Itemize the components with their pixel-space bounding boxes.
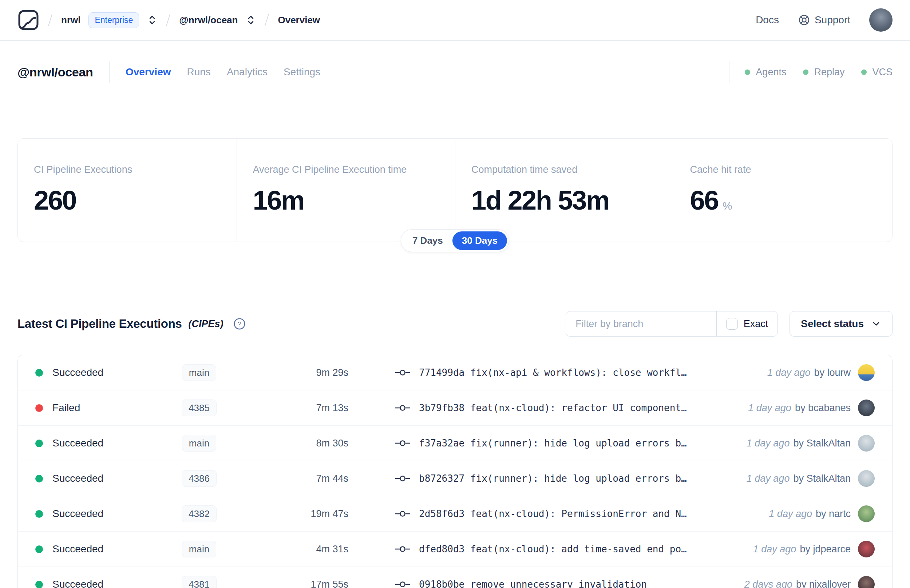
user-avatar[interactable] [869,8,892,32]
status-label: Succeeded [52,367,103,378]
integration-label: Replay [814,66,844,78]
branch-badge[interactable]: main [182,541,216,557]
cipe-table: Succeeded main 9m 29s 771499da fix(nx-ap… [18,355,892,588]
range-30-days-button[interactable]: 30 Days [453,231,507,250]
status-dot-icon [35,581,43,588]
branch-badge[interactable]: 4381 [182,576,217,588]
stat-ci-pipeline-executions: CI Pipeline Executions 260 [18,139,237,242]
duration: 7m 13s [239,402,348,414]
author-avatar[interactable] [858,541,875,557]
status-dot-icon [35,475,43,483]
cipes-filters: Exact Select status [566,311,892,336]
duration: 7m 44s [239,473,348,484]
time-ago: 1 day ago [748,402,791,414]
commit-message[interactable]: 0918b0be remove unnecessary invalidation [419,579,647,588]
author-avatar[interactable] [858,364,875,381]
stats-section: CI Pipeline Executions 260 Average CI Pi… [18,138,892,242]
integrations-bar: Agents Replay VCS [729,61,892,82]
time-ago: 1 day ago [747,438,790,449]
divider [109,61,110,82]
author: by lourw [814,367,851,378]
stat-value: 1d 22h 53m [471,187,609,214]
table-row[interactable]: Succeeded main 8m 30s f37a32ae fix(runne… [18,426,892,461]
status-dot-icon [35,439,43,447]
status-label: Succeeded [52,508,103,520]
integration-label: Agents [756,66,786,78]
author-avatar[interactable] [858,399,875,416]
stat-suffix: % [723,200,732,212]
breadcrumb-page: Overview [278,15,320,26]
author: by nixallover [796,579,851,588]
range-7-days-button[interactable]: 7 Days [403,231,453,250]
table-row[interactable]: Succeeded main 4m 31s dfed80d3 feat(nx-c… [18,531,892,567]
integration-vcs[interactable]: VCS [861,66,892,78]
author-avatar[interactable] [858,470,875,487]
commit-message[interactable]: 771499da fix(nx-api & workflows): close … [419,367,687,378]
stat-value: 66 [690,187,718,214]
status-dot-icon [861,69,867,75]
tab-settings[interactable]: Settings [284,66,320,78]
branch-filter-input[interactable] [566,312,716,336]
branch-badge[interactable]: 4385 [182,399,217,416]
tab-runs[interactable]: Runs [187,66,211,78]
branch-badge[interactable]: main [182,364,216,381]
duration: 17m 55s [239,579,348,588]
status-dot-icon [745,69,750,75]
table-row[interactable]: Succeeded 4386 7m 44s b8726327 fix(runne… [18,461,892,496]
stat-label: Cache hit rate [690,164,876,175]
commit-message[interactable]: 2d58f6d3 feat(nx-cloud): PermissionError… [419,508,687,519]
git-commit-icon [395,438,410,448]
status-dot-icon [35,546,43,553]
time-ago: 1 day ago [753,544,797,555]
help-icon[interactable]: ? [233,317,246,330]
tab-analytics[interactable]: Analytics [227,66,268,78]
status-dot-icon [803,69,808,75]
commit-message[interactable]: dfed80d3 feat(nx-cloud): add time-saved … [419,544,687,554]
org-name[interactable]: nrwl [61,15,81,26]
commit-message[interactable]: f37a32ae fix(runner): hide log upload er… [419,438,687,449]
stat-average-execution-time: Average CI Pipeline Execution time 16m [237,139,455,242]
workspace-switcher-chevron-icon[interactable] [246,14,256,26]
time-ago: 2 days ago [744,579,792,588]
branch-badge[interactable]: 4386 [182,470,217,487]
author-avatar[interactable] [858,576,875,588]
select-status-dropdown[interactable]: Select status [789,311,892,336]
table-row[interactable]: Succeeded 4382 19m 47s 2d58f6d3 feat(nx-… [18,496,892,531]
docs-link[interactable]: Docs [756,14,779,26]
commit-message[interactable]: 3b79fb38 feat(nx-cloud): refactor UI com… [419,402,687,414]
author-avatar[interactable] [858,435,875,452]
cipes-title-suffix: (CIPEs) [189,318,223,330]
table-row[interactable]: Succeeded 4381 17m 55s 0918b0be remove u… [18,567,892,588]
exact-checkbox[interactable] [726,318,738,330]
status-dot-icon [35,369,43,376]
stats-card: CI Pipeline Executions 260 Average CI Pi… [18,138,892,242]
commit-message[interactable]: b8726327 fix(runner): hide log upload er… [419,473,687,484]
support-link[interactable]: Support [798,14,850,26]
branch-badge[interactable]: 4382 [182,506,217,522]
exact-label: Exact [744,318,768,330]
svg-text:?: ? [237,320,241,328]
branch-badge[interactable]: main [182,435,216,452]
integration-agents[interactable]: Agents [745,66,786,78]
table-row[interactable]: Succeeded main 9m 29s 771499da fix(nx-ap… [18,355,892,391]
git-commit-icon [395,474,410,483]
select-status-label: Select status [801,318,864,330]
duration: 9m 29s [239,367,348,378]
author: by nartc [816,508,851,520]
author: by jdpearce [800,544,851,555]
git-commit-icon [395,368,410,377]
workspace-name[interactable]: @nrwl/ocean [179,15,238,26]
stat-label: CI Pipeline Executions [34,164,221,175]
tab-overview[interactable]: Overview [126,66,171,78]
nx-cloud-logo-icon[interactable] [18,9,39,31]
table-row[interactable]: Failed 4385 7m 13s 3b79fb38 feat(nx-clou… [18,391,892,426]
author-avatar[interactable] [858,506,875,522]
stat-value: 260 [34,187,76,214]
org-switcher-chevron-icon[interactable] [147,14,157,26]
author: by StalkAltan [793,438,851,449]
branch-filter-group: Exact [566,311,778,336]
status-dot-icon [35,510,43,518]
integration-replay[interactable]: Replay [803,66,844,78]
exact-toggle[interactable]: Exact [717,312,778,336]
git-commit-icon [395,544,410,554]
